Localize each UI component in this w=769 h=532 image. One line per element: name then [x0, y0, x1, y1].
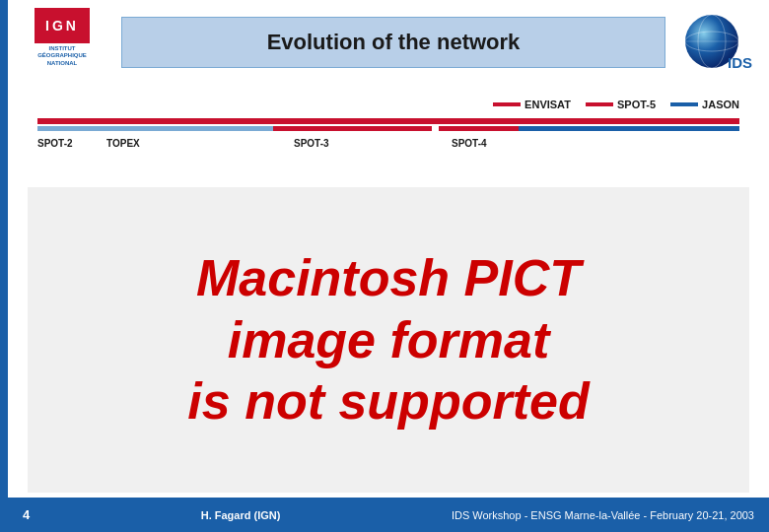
topex-label: TOPEX: [106, 138, 140, 149]
header: IGN INSTITUT GÉOGRAPHIQUE NATIONAL Evolu…: [8, 0, 769, 84]
legend-label-jason: JASON: [702, 99, 739, 110]
ign-text: INSTITUT GÉOGRAPHIQUE NATIONAL: [37, 45, 87, 68]
spot3-bar: [273, 126, 432, 131]
jason-bar: [519, 126, 739, 131]
main-content: ENVISAT SPOT-5 JASON: [8, 84, 769, 498]
author-label: H. Fagard (IGN): [201, 509, 281, 521]
legend: ENVISAT SPOT-5 JASON: [28, 99, 749, 110]
title-box: Evolution of the network: [121, 17, 665, 68]
slide-number: 4: [23, 507, 30, 522]
spot4-label: SPOT-4: [452, 138, 487, 149]
timeline-area: ENVISAT SPOT-5 JASON: [8, 84, 769, 182]
jason-line-icon: [670, 102, 698, 106]
legend-item-spot5: SPOT-5: [586, 99, 656, 110]
slide-title: Evolution of the network: [267, 30, 521, 54]
legend-item-jason: JASON: [670, 99, 739, 110]
spot3-label: SPOT-3: [294, 138, 329, 149]
spot2-label: SPOT-2: [37, 138, 73, 149]
pict-message: Macintosh PICT image format is not suppo…: [187, 247, 589, 432]
event-label: IDS Workshop - ENSG Marne-la-Vallée - Fe…: [452, 509, 754, 521]
spot5-line-icon: [586, 102, 613, 106]
legend-label-envisat: ENVISAT: [524, 99, 571, 110]
ids-logo: IDS: [685, 15, 754, 69]
main-timeline-bar: [37, 118, 739, 124]
timeline-bars: SPOT-2 TOPEX SPOT-3 SPOT-4: [28, 118, 749, 172]
left-accent-bar: [0, 0, 8, 532]
image-placeholder-area: Macintosh PICT image format is not suppo…: [28, 187, 749, 493]
ign-square: IGN: [35, 8, 90, 43]
footer-bar: 4 H. Fagard (IGN) IDS Workshop - ENSG Ma…: [8, 498, 769, 532]
envisat-line-icon: [493, 102, 521, 106]
legend-item-envisat: ENVISAT: [493, 99, 571, 110]
ign-letters: IGN: [45, 18, 79, 33]
ids-text: IDS: [728, 54, 752, 71]
legend-label-spot5: SPOT-5: [617, 99, 656, 110]
ign-logo: IGN INSTITUT GÉOGRAPHIQUE NATIONAL: [23, 8, 102, 77]
